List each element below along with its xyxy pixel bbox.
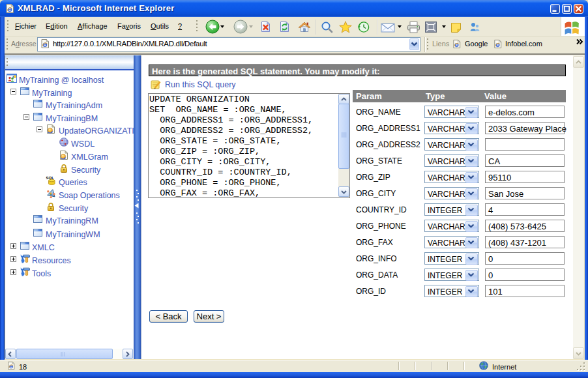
svg-text:SQL: SQL [46, 176, 55, 180]
